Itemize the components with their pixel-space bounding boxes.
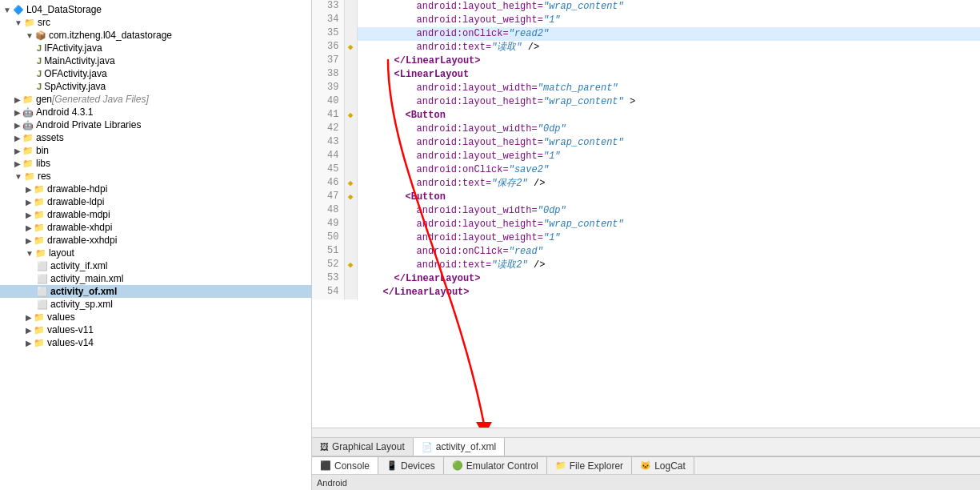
- line-number-42: 42: [312, 122, 344, 136]
- tree-label-drhdpi: drawable-hdpi: [47, 183, 107, 195]
- line-number-33: 33: [312, 0, 344, 14]
- bottom-tab-devices[interactable]: 📱Devices: [378, 457, 444, 475]
- code-line-42: 42android:layout_width="0dp": [312, 122, 980, 136]
- tree-item-of[interactable]: J OFActivity.java: [0, 67, 311, 80]
- tree-arrow-gen[interactable]: ▶: [14, 95, 21, 104]
- tree-item-gen[interactable]: ▶ 📁 gen [Generated Java Files]: [0, 93, 311, 106]
- code-editor[interactable]: 33android:layout_height="wrap_content"34…: [312, 0, 980, 428]
- code-line-52: 52◆android:text="读取2" />: [312, 259, 980, 272]
- tree-item-libs[interactable]: ▶ 📁 libs: [0, 157, 311, 170]
- code-line-48: 48android:layout_width="0dp": [312, 204, 980, 218]
- tree-icon-res: 📁: [24, 171, 35, 182]
- code-line-50: 50android:layout_weight="1": [312, 231, 980, 245]
- line-gutter-36: ◆: [344, 41, 357, 54]
- line-gutter-37: [344, 54, 357, 68]
- bottom-tab-fileexplorer[interactable]: 📁File Explorer: [547, 457, 632, 475]
- tree-icon-if: J: [37, 43, 42, 53]
- tree-arrow-drhdpi[interactable]: ▶: [26, 185, 32, 194]
- bottom-tab-logcat[interactable]: 🐱LogCat: [632, 457, 694, 475]
- tree-item-src[interactable]: ▼ 📁 src: [0, 16, 311, 29]
- tree-item-drxhdpi[interactable]: ▶ 📁 drawable-xhdpi: [0, 221, 311, 234]
- line-number-38: 38: [312, 68, 344, 82]
- tree-item-bin[interactable]: ▶ 📁 bin: [0, 144, 311, 157]
- tree-item-main[interactable]: J MainActivity.java: [0, 54, 311, 67]
- tree-label-valuesv14: values-v14: [47, 337, 94, 348]
- tree-arrow-pkg[interactable]: ▼: [26, 31, 34, 40]
- code-line-34: 34android:layout_weight="1": [312, 14, 980, 27]
- tree-item-layout[interactable]: ▼ 📁 layout: [0, 247, 311, 259]
- editor-tab-actof_xml[interactable]: 📄activity_of.xml: [414, 437, 505, 456]
- tree-arrow-valuesv11[interactable]: ▶: [26, 326, 32, 335]
- tree-arrow-drxhdpi[interactable]: ▶: [26, 223, 32, 232]
- tree-icon-drmdpi: 📁: [34, 210, 45, 220]
- bottom-tab-console[interactable]: ⬛Console: [312, 457, 378, 475]
- tree-arrow-android43[interactable]: ▶: [14, 108, 21, 117]
- tree-item-pkg[interactable]: ▼ 📦 com.itzheng.l04_datastorage: [0, 29, 311, 42]
- tree-arrow-layout[interactable]: ▼: [26, 249, 34, 258]
- tree-arrow-root[interactable]: ▼: [3, 6, 11, 14]
- line-number-52: 52: [312, 259, 344, 272]
- tree-arrow-src[interactable]: ▼: [14, 18, 22, 27]
- tree-label-bin: bin: [36, 145, 49, 156]
- tree-arrow-res[interactable]: ▼: [14, 172, 22, 181]
- line-gutter-51: [344, 245, 357, 259]
- line-content-45: android:onClick="save2": [357, 163, 980, 177]
- line-number-40: 40: [312, 95, 344, 109]
- tree-arrow-values[interactable]: ▶: [26, 313, 32, 322]
- line-gutter-52: ◆: [344, 259, 357, 272]
- tree-arrow-drmdpi[interactable]: ▶: [26, 211, 32, 219]
- line-number-49: 49: [312, 218, 344, 231]
- tree-arrow-bin[interactable]: ▶: [14, 147, 21, 155]
- line-content-49: android:layout_height="wrap_content": [357, 218, 980, 231]
- code-line-40: 40android:layout_height="wrap_content" >: [312, 95, 980, 109]
- tree-icon-values: 📁: [34, 312, 45, 323]
- line-gutter-47: ◆: [344, 191, 357, 204]
- tree-item-drmdpi[interactable]: ▶ 📁 drawable-mdpi: [0, 208, 311, 221]
- bottom-tab-label-emulator: Emulator Control: [466, 460, 538, 472]
- tree-item-drxxhdpi[interactable]: ▶ 📁 drawable-xxhdpi: [0, 234, 311, 247]
- tree-item-sp[interactable]: J SpActivity.java: [0, 80, 311, 93]
- tree-suffix-gen: [Generated Java Files]: [52, 94, 149, 105]
- tree-item-root[interactable]: ▼ 🔷 L04_DataStorage: [0, 3, 311, 16]
- tree-label-drxhdpi: drawable-xhdpi: [47, 222, 112, 233]
- tree-arrow-drxxhdpi[interactable]: ▶: [26, 236, 32, 245]
- line-content-46: android:text="保存2" />: [357, 177, 980, 191]
- tree-item-if[interactable]: J IFActivity.java: [0, 42, 311, 54]
- bottom-tabs[interactable]: ⬛Console📱Devices🟢Emulator Control📁File E…: [312, 456, 980, 474]
- tree-item-assets[interactable]: ▶ 📁 assets: [0, 131, 311, 144]
- tab-label-graphical: Graphical Layout: [332, 441, 405, 452]
- tree-arrow-libs[interactable]: ▶: [14, 159, 21, 168]
- tree-arrow-assets[interactable]: ▶: [14, 134, 21, 143]
- tree-item-android43[interactable]: ▶ 🤖 Android 4.3.1: [0, 106, 311, 118]
- tree-arrow-privlib[interactable]: ▶: [14, 121, 21, 130]
- code-line-41: 41◆<Button: [312, 109, 980, 122]
- line-content-37: </LinearLayout>: [357, 54, 980, 68]
- tree-item-valuesv11[interactable]: ▶ 📁 values-v11: [0, 323, 311, 336]
- tree-item-values[interactable]: ▶ 📁 values: [0, 311, 311, 323]
- tree-item-actif[interactable]: ⬜ activity_if.xml: [0, 259, 311, 272]
- tree-item-valuesv14[interactable]: ▶ 📁 values-v14: [0, 336, 311, 349]
- bottom-tab-icon-console: ⬛: [320, 460, 331, 471]
- bottom-tab-label-console: Console: [334, 460, 370, 472]
- tree-label-values: values: [47, 311, 75, 323]
- tree-icon-layout: 📁: [35, 248, 46, 259]
- tree-item-privlib[interactable]: ▶ 🤖 Android Private Libraries: [0, 118, 311, 131]
- tree-item-actsp[interactable]: ⬜ activity_sp.xml: [0, 298, 311, 311]
- bottom-tab-emulator[interactable]: 🟢Emulator Control: [444, 457, 547, 475]
- editor-tab-graphical[interactable]: 🖼Graphical Layout: [312, 437, 414, 456]
- tree-label-main: MainActivity.java: [44, 55, 114, 66]
- editor-tabs[interactable]: 🖼Graphical Layout📄activity_of.xml: [312, 437, 980, 456]
- code-line-49: 49android:layout_height="wrap_content": [312, 218, 980, 231]
- tree-icon-libs: 📁: [22, 159, 34, 169]
- tree-item-drhdpi[interactable]: ▶ 📁 drawable-hdpi: [0, 183, 311, 195]
- tree-item-drldpi[interactable]: ▶ 📁 drawable-ldpi: [0, 195, 311, 208]
- tree-item-res[interactable]: ▼ 📁 res: [0, 170, 311, 183]
- tree-arrow-valuesv14[interactable]: ▶: [26, 339, 32, 347]
- tree-item-actof[interactable]: ⬜ activity_of.xml: [0, 285, 311, 298]
- tree-arrow-drldpi[interactable]: ▶: [26, 198, 32, 207]
- line-gutter-43: [344, 136, 357, 150]
- line-number-39: 39: [312, 82, 344, 95]
- horizontal-scrollbar[interactable]: [312, 428, 980, 437]
- file-tree[interactable]: ▼ 🔷 L04_DataStorage▼ 📁 src▼ 📦 com.itzhen…: [0, 0, 312, 490]
- tree-item-actmain[interactable]: ⬜ activity_main.xml: [0, 272, 311, 285]
